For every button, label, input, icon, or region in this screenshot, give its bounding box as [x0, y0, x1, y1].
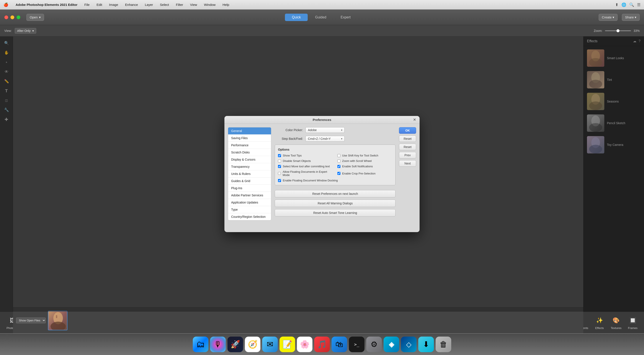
menu-bar-search[interactable]: 🔍 — [629, 2, 634, 7]
tab-quick[interactable]: Quick — [285, 14, 308, 21]
dock-pse2[interactable]: ◇ — [401, 337, 416, 352]
cb-enable-crop-presel: Enable Crop Pre-Selection — [338, 170, 392, 177]
photo-thumb-1[interactable] — [48, 311, 68, 330]
menu-help[interactable]: Help — [221, 2, 230, 7]
reset-prefs-button[interactable]: Reset Preferences on next launch — [275, 190, 396, 197]
pref-transparency[interactable]: Transparency — [228, 163, 271, 170]
pref-guides-grid[interactable]: Guides & Grid — [228, 177, 271, 185]
cb-select-move-tool-input[interactable] — [278, 165, 281, 168]
pref-country-region[interactable]: Country/Region Selection — [228, 213, 271, 220]
pref-scratch-disks[interactable]: Scratch Disks — [228, 149, 271, 156]
safari-icon: 🧭 — [248, 340, 258, 349]
pref-general[interactable]: General — [228, 127, 271, 135]
menu-bar-icon-1[interactable]: ⬆ — [615, 2, 618, 7]
notes-icon: 📝 — [282, 340, 292, 349]
next-button[interactable]: Next — [399, 160, 416, 167]
pref-saving-files[interactable]: Saving Files — [228, 135, 271, 142]
cb-enable-soft-notif-input[interactable] — [338, 165, 340, 168]
dock-terminal[interactable]: >_ — [349, 337, 364, 352]
pref-type[interactable]: Type — [228, 206, 271, 213]
reset-button-1[interactable]: Reset — [399, 135, 416, 142]
pse2-icon: ◇ — [406, 340, 412, 349]
launchpad-icon: 🚀 — [230, 340, 240, 349]
menu-enhance[interactable]: Enhance — [124, 2, 139, 7]
dock-appstore[interactable]: 🛍 — [332, 337, 347, 352]
pref-plug-ins[interactable]: Plug-Ins — [228, 185, 271, 192]
menu-file[interactable]: File — [83, 2, 91, 7]
dialog-title-bar: Preferences ✕ — [224, 116, 420, 124]
dock: 🗂 🎙 🚀 🧭 ✉ 📝 🌸 🎵 🛍 >_ ⚙ ◈ ◇ ⬇ 🗑 — [0, 333, 644, 355]
minimize-button[interactable] — [10, 15, 14, 19]
pref-main: Color Picker: Adobe Step Back/Fwd: — [275, 127, 396, 229]
menu-bar-right: ⬆ 🌐 🔍 ☰ — [615, 2, 640, 7]
pref-performance[interactable]: Performance — [228, 142, 271, 149]
pref-units-rulers[interactable]: Units & Rulers — [228, 170, 271, 177]
menu-bar-icon-3[interactable]: ☰ — [637, 2, 640, 7]
textures-button[interactable]: 🎨 Textures — [611, 316, 622, 330]
create-button[interactable]: Create ▾ — [599, 14, 618, 21]
toolbar-tabs: Quick Guided Expert — [285, 14, 358, 21]
cb-allow-floating-docs-input[interactable] — [278, 172, 281, 175]
menu-image[interactable]: Image — [108, 2, 120, 7]
dialog-body: General Saving Files Performance Scratch… — [224, 124, 420, 232]
ok-button[interactable]: OK — [399, 127, 416, 134]
effects-button[interactable]: ✨ Effects — [595, 316, 604, 330]
tab-guided[interactable]: Guided — [308, 14, 333, 21]
dock-sys-prefs[interactable]: ⚙ — [366, 337, 382, 352]
cb-use-shift-key-input[interactable] — [338, 154, 340, 157]
options-title: Options — [278, 148, 392, 151]
color-picker-select[interactable]: Adobe — [306, 127, 344, 133]
open-label: Open — [30, 15, 38, 19]
dock-downloads[interactable]: ⬇ — [418, 337, 434, 352]
cb-disable-smart-objects-input[interactable] — [278, 159, 281, 163]
dock-siri[interactable]: 🎙 — [210, 337, 226, 352]
menu-window[interactable]: Window — [203, 2, 217, 7]
cb-enable-crop-presel-input[interactable] — [338, 172, 340, 175]
menu-filter[interactable]: Filter — [174, 2, 184, 7]
dock-music[interactable]: 🎵 — [314, 337, 330, 352]
cb-use-shift-key-label: Use Shift Key for Tool Switch — [342, 154, 378, 157]
view-value: After Only — [17, 29, 30, 32]
cb-show-tool-tips-input[interactable] — [278, 154, 281, 157]
reset-warnings-button[interactable]: Reset All Warning Dialogs — [275, 200, 396, 207]
finder-icon: 🗂 — [196, 340, 205, 349]
apple-menu[interactable]: 🍎 — [4, 2, 8, 7]
fullscreen-button[interactable] — [16, 15, 20, 19]
view-dropdown[interactable]: After Only ▾ — [15, 28, 36, 33]
dock-notes[interactable]: 📝 — [280, 337, 295, 352]
pref-app-updates[interactable]: Application Updates — [228, 199, 271, 206]
pref-adobe-partner[interactable]: Adobe Partner Services — [228, 192, 271, 199]
zoom-slider[interactable] — [605, 30, 631, 31]
dock-safari[interactable]: 🧭 — [245, 337, 260, 352]
terminal-icon: >_ — [354, 342, 359, 347]
dock-trash[interactable]: 🗑 — [436, 337, 451, 352]
open-button[interactable]: Open ▾ — [26, 14, 44, 21]
cb-enable-crop-presel-label: Enable Crop Pre-Selection — [342, 172, 376, 175]
dialog-close-button[interactable]: ✕ — [412, 118, 416, 122]
cb-zoom-scroll-wheel-input[interactable] — [338, 159, 340, 163]
dock-photos[interactable]: 🌸 — [297, 337, 312, 352]
step-back-select[interactable]: Cmd+Z / Cmd+Y — [306, 136, 344, 141]
reset-smart-tone-button[interactable]: Reset Auto Smart Tone Learning — [275, 209, 396, 217]
cb-enable-floating-dock-input[interactable] — [278, 179, 281, 182]
app-name[interactable]: Adobe Photoshop Elements 2021 Editor — [14, 2, 79, 7]
zoom-thumb[interactable] — [616, 29, 620, 32]
tab-expert[interactable]: Expert — [334, 14, 358, 21]
menu-select[interactable]: Select — [159, 2, 170, 7]
menu-bar-icon-2[interactable]: 🌐 — [622, 2, 626, 7]
prev-button[interactable]: Prev — [399, 152, 416, 158]
menu-edit[interactable]: Edit — [95, 2, 104, 7]
share-button[interactable]: Share ▾ — [622, 14, 640, 21]
dock-pse[interactable]: ◈ — [384, 337, 399, 352]
reset-button-2[interactable]: Reset — [399, 144, 416, 150]
pref-display-cursors[interactable]: Display & Cursors — [228, 156, 271, 163]
photo-bin-select[interactable]: Show Open Files — [16, 318, 46, 323]
close-button[interactable] — [4, 15, 8, 19]
menu-view[interactable]: View — [189, 2, 198, 7]
dock-launchpad[interactable]: 🚀 — [228, 337, 243, 352]
menu-layer[interactable]: Layer — [144, 2, 154, 7]
cb-zoom-scroll-wheel: Zoom with Scroll Wheel — [338, 159, 392, 163]
dock-finder[interactable]: 🗂 — [193, 337, 208, 352]
frames-button[interactable]: 🔲 Frames — [628, 316, 638, 330]
dock-mail[interactable]: ✉ — [262, 337, 278, 352]
